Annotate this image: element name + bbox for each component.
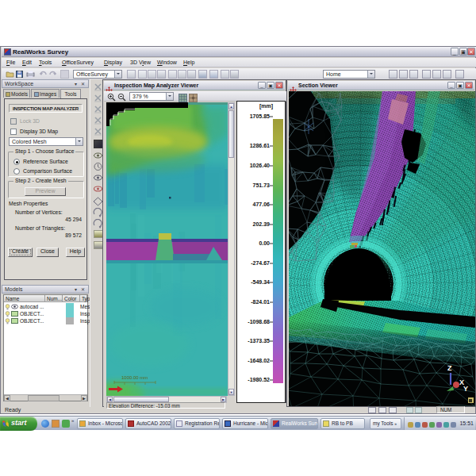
svg-text:[mm]1705.851286.611026.40751.7: [mm]1705.851286.611026.40751.73477.06202…	[248, 103, 273, 382]
svg-text:1000.00 mm: 1000.00 mm	[121, 375, 148, 380]
svg-text:Z: Z	[447, 364, 452, 372]
svg-text:Y: Y	[463, 385, 468, 393]
